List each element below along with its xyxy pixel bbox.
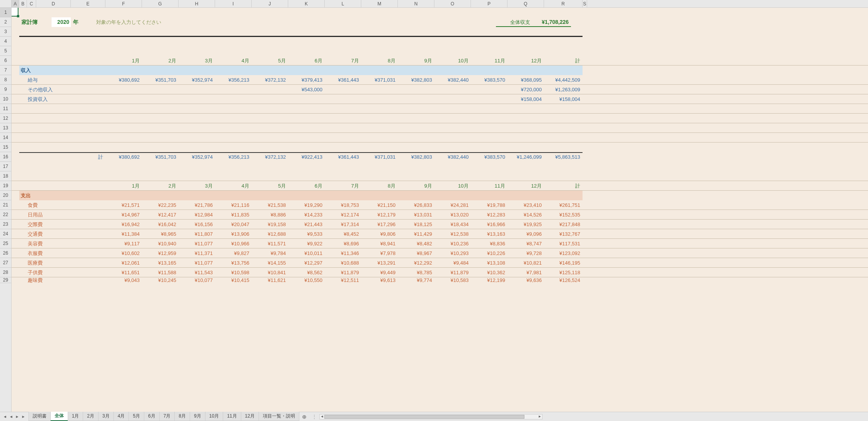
row-header-26[interactable]: 26 — [0, 248, 11, 258]
sheet-tab[interactable]: 12月 — [241, 412, 259, 421]
row-header-5[interactable]: 5 — [0, 46, 11, 56]
row-header-15[interactable]: 15 — [0, 143, 11, 152]
column-header-Q[interactable]: Q — [507, 0, 544, 7]
expense-cell: ¥13,108 — [471, 258, 507, 268]
row-header-8[interactable]: 8 — [0, 75, 11, 85]
row-header-21[interactable]: 21 — [0, 200, 11, 210]
tab-split-handle[interactable]: ⋮ — [310, 414, 319, 419]
sheet-tab[interactable]: 項目一覧・説明 — [259, 412, 299, 421]
column-header-L[interactable]: L — [325, 0, 361, 7]
tab-nav-first-icon[interactable]: ◄ — [2, 414, 8, 419]
row-header-17[interactable]: 17 — [0, 162, 11, 171]
column-header-O[interactable]: O — [434, 0, 471, 7]
row-header-1[interactable]: 1 — [0, 8, 11, 17]
expense-cell: ¥19,788 — [471, 200, 507, 210]
row-header-18[interactable]: 18 — [0, 171, 11, 181]
expense-cell: ¥8,965 — [142, 229, 179, 239]
row-header-23[interactable]: 23 — [0, 220, 11, 229]
scrollbar-thumb[interactable] — [324, 415, 524, 419]
expense-cell: ¥261,751 — [544, 200, 583, 210]
row-header-16[interactable]: 16 — [0, 152, 11, 162]
column-header-K[interactable]: K — [288, 0, 325, 7]
sheet-tab[interactable]: 3月 — [98, 412, 114, 421]
expense-cell: ¥146,195 — [544, 258, 583, 268]
tab-nav-next-icon[interactable]: ► — [15, 414, 20, 419]
column-header-J[interactable]: J — [252, 0, 288, 7]
column-header-M[interactable]: M — [361, 0, 398, 7]
column-header-F[interactable]: F — [105, 0, 142, 7]
sheet-tab[interactable]: 10月 — [205, 412, 223, 421]
row-header-2[interactable]: 2 — [0, 17, 11, 27]
expense-cell: ¥11,588 — [142, 268, 179, 277]
sheet-tab[interactable]: 全体 — [50, 411, 68, 421]
column-header-G[interactable]: G — [142, 0, 179, 7]
income-cell: ¥383,570 — [471, 75, 507, 85]
scroll-left-icon[interactable]: ◄ — [320, 414, 324, 419]
income-subtotal-cell: ¥5,863,513 — [544, 152, 583, 162]
month-header-8: 8月 — [361, 56, 398, 65]
income-cell: ¥382,440 — [434, 75, 471, 85]
scroll-right-icon[interactable]: ► — [537, 414, 542, 419]
row-header-10[interactable]: 10 — [0, 94, 11, 104]
expense-row-label: 交通費 — [19, 229, 105, 239]
column-header-E[interactable]: E — [71, 0, 105, 7]
row-header-11[interactable]: 11 — [0, 104, 11, 114]
sheet-tab[interactable]: 7月 — [159, 412, 175, 421]
tab-nav-prev-icon[interactable]: ◄ — [8, 414, 14, 419]
row-header-27[interactable]: 27 — [0, 258, 11, 268]
column-header-D[interactable]: D — [36, 0, 71, 7]
tab-nav-last-icon[interactable]: ► — [21, 414, 26, 419]
horizontal-scrollbar[interactable]: ◄ ► — [319, 414, 542, 419]
sheet-tab[interactable]: 2月 — [83, 412, 98, 421]
row-header-25[interactable]: 25 — [0, 239, 11, 248]
income-cell: ¥158,004 — [544, 94, 583, 104]
column-header-I[interactable]: I — [215, 0, 252, 7]
expense-cell: ¥24,281 — [434, 200, 471, 210]
expense-row-label: 美容費 — [19, 239, 105, 248]
row-header-29[interactable]: 29 — [0, 277, 11, 283]
sheet-tab[interactable]: 説明書 — [28, 412, 51, 421]
column-header-row: ABCDEFGHIJKLMNOPQRS — [0, 0, 868, 8]
row-header-19[interactable]: 19 — [0, 181, 11, 191]
row-header-14[interactable]: 14 — [0, 133, 11, 143]
expense-cell: ¥8,452 — [325, 229, 361, 239]
row-header-13[interactable]: 13 — [0, 123, 11, 133]
year-input[interactable]: 2020 — [52, 17, 71, 27]
sheet-tab[interactable]: 6月 — [144, 412, 160, 421]
column-header-N[interactable]: N — [398, 0, 434, 7]
expense-cell: ¥10,602 — [105, 248, 142, 258]
sheet-tab[interactable]: 8月 — [174, 412, 190, 421]
expense-row-label: 医療費 — [19, 258, 105, 268]
row-header-20[interactable]: 20 — [0, 191, 11, 200]
sheet-tab[interactable]: 11月 — [223, 412, 241, 421]
column-header-B[interactable]: B — [19, 0, 27, 7]
sheet-tab[interactable]: 1月 — [68, 412, 83, 421]
worksheet-grid[interactable]: 家計簿2020年対象の年を入力してください全体収支¥1,708,2261月2月3… — [12, 8, 868, 412]
row-header-6[interactable]: 6 — [0, 56, 11, 65]
expense-cell: ¥12,174 — [325, 210, 361, 220]
tab-nav-buttons: ◄ ◄ ► ► — [0, 414, 28, 419]
select-all-corner[interactable] — [0, 0, 12, 7]
row-header-28[interactable]: 28 — [0, 268, 11, 277]
sheet-tab[interactable]: 4月 — [114, 412, 129, 421]
row-header-4[interactable]: 4 — [0, 37, 11, 46]
income-subtotal-cell: ¥351,703 — [142, 152, 179, 162]
column-header-P[interactable]: P — [471, 0, 507, 7]
column-header-A[interactable]: A — [12, 0, 19, 7]
row-header-7[interactable]: 7 — [0, 65, 11, 75]
income-cell: ¥158,004 — [507, 94, 544, 104]
row-header-12[interactable]: 12 — [0, 114, 11, 123]
income-cell — [471, 94, 507, 104]
row-header-22[interactable]: 22 — [0, 210, 11, 220]
row-header-9[interactable]: 9 — [0, 85, 11, 94]
column-header-S[interactable]: S — [583, 0, 587, 7]
sheet-tab[interactable]: 5月 — [129, 412, 144, 421]
column-header-R[interactable]: R — [544, 0, 583, 7]
row-header-3[interactable]: 3 — [0, 27, 11, 37]
sheet-tab[interactable]: 9月 — [190, 412, 205, 421]
row-header-24[interactable]: 24 — [0, 229, 11, 239]
expense-cell: ¥8,941 — [361, 239, 398, 248]
column-header-H[interactable]: H — [179, 0, 215, 7]
add-sheet-button[interactable]: ⊕ — [299, 414, 310, 420]
column-header-C[interactable]: C — [27, 0, 36, 7]
